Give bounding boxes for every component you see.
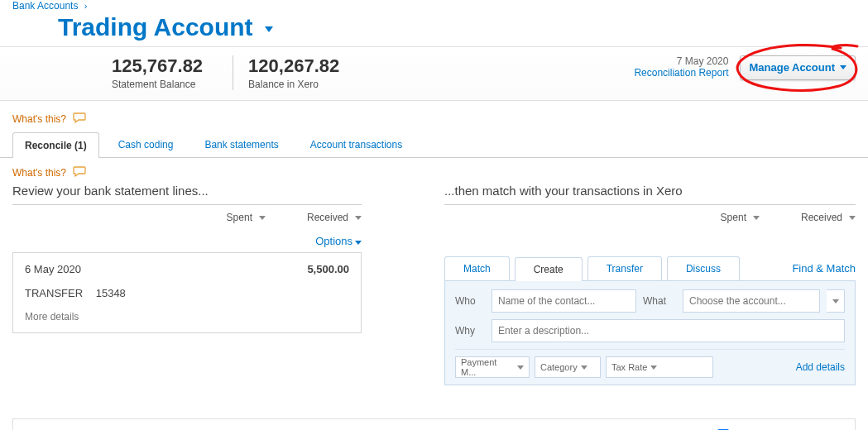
balances: 125,767.82 Statement Balance 120,267.82 …: [12, 55, 369, 90]
options-row: Options: [12, 232, 362, 252]
tab-bank-statements[interactable]: Bank statements: [192, 131, 290, 157]
reconciliation-report-link[interactable]: Reconciliation Report: [634, 67, 728, 79]
chevron-down-icon: [265, 26, 273, 32]
left-column: Review your bank statement lines... Spen…: [12, 184, 362, 385]
payment-method-label: Payment M...: [461, 357, 514, 377]
add-details-link[interactable]: Add details: [796, 361, 845, 373]
options-dropdown[interactable]: Options: [315, 235, 362, 247]
breadcrumb: Bank Accounts ›: [0, 0, 868, 13]
received-filter-right[interactable]: Received: [801, 212, 856, 223]
title-row: Trading Account: [0, 13, 868, 46]
category-dropdown[interactable]: Category: [535, 356, 601, 378]
spent-filter-right[interactable]: Spent: [721, 212, 760, 223]
category-label: Category: [540, 362, 578, 372]
mtab-discuss[interactable]: Discuss: [667, 256, 740, 280]
chevron-down-icon: [832, 299, 839, 303]
received-label: Received: [307, 212, 348, 223]
match-tabs: Match Create Transfer Discuss Find & Mat…: [444, 256, 856, 280]
more-details-link[interactable]: More details: [25, 311, 349, 322]
tax-rate-label: Tax Rate: [611, 362, 647, 372]
find-and-match-link[interactable]: Find & Match: [792, 262, 856, 275]
statement-line-card[interactable]: 6 May 2020 5,500.00 TRANSFER 15348 More …: [12, 252, 362, 333]
tab-account-transactions-label: Account transactions: [310, 139, 402, 150]
received-filter[interactable]: Received: [307, 212, 362, 223]
what-dropdown-button[interactable]: [827, 289, 845, 313]
spent-label-r: Spent: [721, 212, 746, 223]
header-right: 7 May 2020 Reconciliation Report: [634, 55, 728, 79]
statement-balance: 125,767.82 Statement Balance: [112, 55, 218, 90]
whats-this-top: What's this?: [0, 101, 868, 131]
what-input[interactable]: [683, 289, 820, 313]
statement-date: 7 May 2020: [634, 55, 728, 67]
whats-this-link[interactable]: What's this?: [12, 113, 66, 125]
whats-this-sub: What's this?: [0, 158, 868, 184]
mtab-create[interactable]: Create: [515, 257, 583, 281]
who-input[interactable]: [492, 289, 636, 313]
left-filters: Spent Received: [12, 212, 362, 232]
statement-balance-amount: 125,767.82: [112, 55, 203, 77]
xero-balance-amount: 120,267.82: [248, 55, 339, 77]
reconcile-content: Review your bank statement lines... Spen…: [0, 184, 868, 385]
speech-bubble-icon: [73, 112, 86, 127]
account-title: Trading Account: [58, 13, 253, 41]
balances-bar: 125,767.82 Statement Balance 120,267.82 …: [0, 46, 868, 101]
manage-account-label: Manage Account: [749, 61, 835, 74]
tab-cash-coding-label: Cash coding: [118, 139, 174, 150]
statement-desc: TRANSFER: [25, 287, 83, 299]
tab-bank-statements-label: Bank statements: [204, 139, 278, 150]
payment-method-dropdown[interactable]: Payment M...: [455, 356, 530, 378]
chevron-down-icon: [581, 366, 587, 370]
chevron-down-icon: [650, 366, 657, 370]
chevron-down-icon: [259, 216, 266, 220]
xero-balance-label: Balance in Xero: [248, 79, 339, 90]
tax-rate-dropdown[interactable]: Tax Rate: [606, 356, 713, 378]
tab-cash-coding[interactable]: Cash coding: [106, 131, 186, 157]
account-title-dropdown[interactable]: Trading Account: [58, 13, 273, 41]
chevron-down-icon: [355, 241, 362, 245]
why-label: Why: [455, 325, 485, 337]
chevron-down-icon: [849, 216, 856, 220]
chevron-down-icon: [753, 216, 760, 220]
statement-date: 6 May 2020: [25, 263, 81, 275]
breadcrumb-parent[interactable]: Bank Accounts: [12, 0, 78, 12]
tab-reconcile-label: Reconcile (1): [25, 140, 87, 151]
what-label: What: [643, 295, 676, 307]
statement-amount: 5,500.00: [307, 263, 349, 275]
tab-account-transactions[interactable]: Account transactions: [298, 131, 415, 157]
create-panel: Who What Why Payment M... Category Tax R…: [444, 280, 856, 385]
statement-balance-label: Statement Balance: [112, 79, 203, 90]
received-label-r: Received: [801, 212, 842, 223]
speech-bubble-icon: [73, 166, 86, 180]
tab-reconcile[interactable]: Reconcile (1): [12, 132, 99, 158]
breadcrumb-separator: ›: [81, 1, 91, 11]
footer-bar: Page 1 of 1 (1 item to be reconciled) Su…: [12, 418, 856, 430]
right-filters: Spent Received: [444, 212, 856, 232]
spent-filter[interactable]: Spent: [227, 212, 266, 223]
mtab-match[interactable]: Match: [444, 256, 510, 280]
chevron-down-icon: [517, 366, 524, 370]
whats-this-link-sub[interactable]: What's this?: [12, 167, 66, 179]
statement-ref: 15348: [96, 287, 126, 299]
main-tabs: Reconcile (1) Cash coding Bank statement…: [0, 131, 868, 158]
why-input[interactable]: [492, 319, 845, 342]
options-label: Options: [315, 235, 352, 247]
mtab-transfer[interactable]: Transfer: [587, 256, 662, 280]
chevron-down-icon: [840, 65, 846, 69]
who-label: Who: [455, 295, 485, 307]
right-heading: ...then match with your transactions in …: [444, 184, 856, 205]
spent-label: Spent: [227, 212, 252, 223]
right-column: ...then match with your transactions in …: [444, 184, 856, 385]
chevron-down-icon: [355, 216, 362, 220]
xero-balance: 120,267.82 Balance in Xero: [233, 55, 354, 90]
manage-account-button[interactable]: Manage Account: [740, 55, 856, 80]
left-heading: Review your bank statement lines...: [12, 184, 362, 205]
